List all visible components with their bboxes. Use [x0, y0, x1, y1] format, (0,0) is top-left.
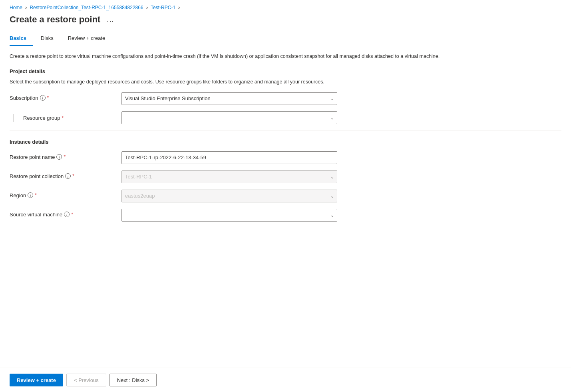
breadcrumb-collection[interactable]: RestorePointCollection_Test-RPC-1_165588… — [30, 5, 143, 10]
tab-disks[interactable]: Disks — [41, 32, 60, 46]
restore-point-name-info-icon[interactable]: i — [56, 154, 62, 160]
breadcrumb-rpc[interactable]: Test-RPC-1 — [151, 5, 175, 10]
source-vm-info-icon[interactable]: i — [64, 212, 70, 217]
subscription-required: * — [47, 95, 49, 101]
tab-review-create[interactable]: Review + create — [68, 32, 112, 46]
restore-point-collection-label: Restore point collection — [10, 173, 64, 179]
ellipsis-menu-button[interactable]: ... — [104, 15, 116, 25]
tab-basics[interactable]: Basics — [10, 32, 33, 46]
breadcrumb-sep-1: > — [25, 5, 27, 10]
region-required: * — [35, 192, 37, 198]
next-disks-button[interactable]: Next : Disks > — [109, 374, 157, 386]
restore-point-collection-info-icon[interactable]: i — [65, 173, 71, 179]
page-title: Create a restore point — [10, 14, 100, 25]
project-details-subtitle: Select the subscription to manage deploy… — [10, 78, 409, 86]
review-create-button[interactable]: Review + create — [10, 374, 63, 386]
resource-group-label: Resource group — [23, 115, 60, 121]
previous-button[interactable]: < Previous — [66, 374, 106, 386]
restore-point-name-label: Restore point name — [10, 154, 55, 160]
source-vm-label: Source virtual machine — [10, 212, 62, 218]
footer-bar: Review + create < Previous Next : Disks … — [0, 368, 571, 392]
project-details-title: Project details — [10, 68, 561, 74]
subscription-label: Subscription — [10, 95, 38, 101]
instance-details-title: Instance details — [10, 139, 561, 145]
tabs-row: Basics Disks Review + create — [10, 32, 561, 46]
breadcrumb-home[interactable]: Home — [10, 5, 22, 10]
source-vm-select[interactable] — [121, 209, 337, 222]
resource-group-required: * — [62, 115, 64, 121]
breadcrumb-sep-2: > — [146, 5, 148, 10]
breadcrumb: Home > RestorePointCollection_Test-RPC-1… — [10, 5, 561, 10]
region-label: Region — [10, 192, 26, 198]
description-text: Create a restore point to store virtual … — [10, 53, 449, 60]
restore-point-name-input[interactable] — [121, 151, 337, 164]
source-vm-required: * — [71, 212, 73, 217]
restore-point-name-required: * — [64, 154, 66, 160]
subscription-info-icon[interactable]: i — [40, 95, 46, 101]
restore-point-collection-select[interactable]: Test-RPC-1 — [121, 170, 337, 183]
subscription-select[interactable]: Visual Studio Enterprise Subscription — [121, 92, 337, 105]
resource-group-select[interactable] — [121, 111, 337, 124]
region-select[interactable]: eastus2euap — [121, 190, 337, 202]
restore-point-collection-required: * — [72, 173, 74, 179]
breadcrumb-sep-3: > — [178, 5, 180, 10]
region-info-icon[interactable]: i — [28, 192, 33, 198]
